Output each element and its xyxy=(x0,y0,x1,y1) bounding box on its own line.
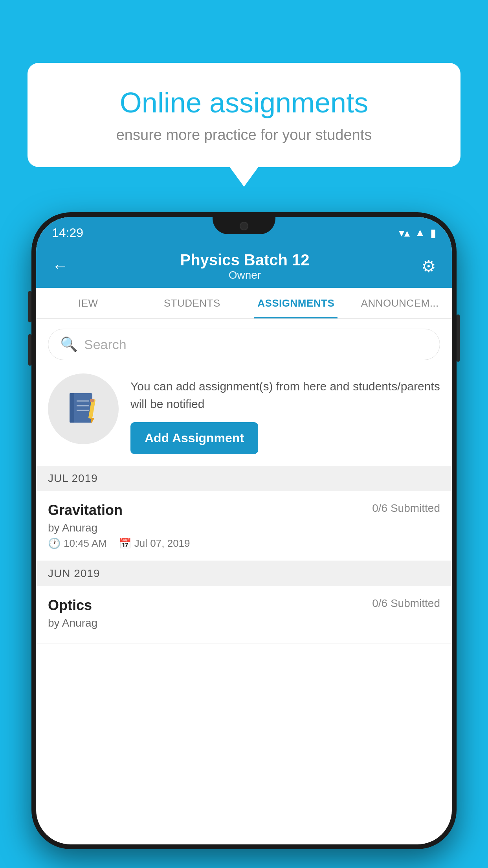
assignment-submitted: 0/6 Submitted xyxy=(372,502,440,515)
phone-frame: 14:29 ▾▴ ▲ ▮ ← Physics Batch 12 Owner ⚙ xyxy=(31,212,457,868)
assignment-author-optics: by Anurag xyxy=(48,617,440,629)
section-header-jun: JUN 2019 xyxy=(36,561,452,586)
power-button xyxy=(457,314,460,362)
phone-screen: 14:29 ▾▴ ▲ ▮ ← Physics Batch 12 Owner ⚙ xyxy=(36,217,452,844)
search-icon: 🔍 xyxy=(60,336,78,353)
svg-rect-1 xyxy=(70,393,74,423)
battery-icon: ▮ xyxy=(430,226,436,239)
tab-iew[interactable]: IEW xyxy=(36,288,140,318)
header-center: Physics Batch 12 Owner xyxy=(180,251,309,281)
status-time: 14:29 xyxy=(52,226,83,240)
assignment-date: 📅 Jul 07, 2019 xyxy=(119,537,190,550)
search-input[interactable]: Search xyxy=(84,337,127,352)
app-header: ← Physics Batch 12 Owner ⚙ xyxy=(36,245,452,288)
assignment-item-optics[interactable]: Optics 0/6 Submitted by Anurag xyxy=(36,586,452,644)
assignment-item-gravitation[interactable]: Gravitation 0/6 Submitted by Anurag 🕐 10… xyxy=(36,491,452,561)
content-area: 🔍 Search xyxy=(36,319,452,644)
notebook-icon-circle xyxy=(48,373,119,444)
assignment-name-optics: Optics xyxy=(48,597,92,614)
tab-assignments[interactable]: ASSIGNMENTS xyxy=(244,288,348,318)
status-icons: ▾▴ ▲ ▮ xyxy=(399,226,436,239)
header-subtitle: Owner xyxy=(180,269,309,281)
back-button[interactable]: ← xyxy=(52,257,68,276)
assignment-author: by Anurag xyxy=(48,522,440,534)
header-title: Physics Batch 12 xyxy=(180,251,309,269)
wifi-icon: ▾▴ xyxy=(399,226,410,239)
calendar-icon: 📅 xyxy=(119,537,131,550)
assignment-time: 🕐 10:45 AM xyxy=(48,537,107,550)
assignment-name: Gravitation xyxy=(48,502,123,519)
add-assignment-button[interactable]: Add Assignment xyxy=(130,422,258,454)
assignment-meta: 🕐 10:45 AM 📅 Jul 07, 2019 xyxy=(48,537,440,550)
speech-bubble: Online assignments ensure more practice … xyxy=(28,63,460,167)
speech-bubble-subtitle: ensure more practice for your students xyxy=(55,127,433,143)
phone-notch xyxy=(213,217,275,234)
volume-up-button xyxy=(28,291,31,322)
info-card: You can add assignment(s) from here and … xyxy=(48,370,440,458)
clock-icon: 🕐 xyxy=(48,537,61,550)
speech-bubble-container: Online assignments ensure more practice … xyxy=(28,63,460,167)
tab-bar: IEW STUDENTS ASSIGNMENTS ANNOUNCEM... xyxy=(36,288,452,319)
speech-bubble-title: Online assignments xyxy=(55,86,433,119)
assignment-top: Gravitation 0/6 Submitted xyxy=(48,502,440,519)
section-header-jul: JUL 2019 xyxy=(36,466,452,491)
notebook-icon xyxy=(66,391,101,427)
search-bar[interactable]: 🔍 Search xyxy=(48,329,440,360)
settings-button[interactable]: ⚙ xyxy=(421,257,436,276)
info-card-right: You can add assignment(s) from here and … xyxy=(130,373,440,454)
volume-down-button xyxy=(28,334,31,366)
assignment-submitted-optics: 0/6 Submitted xyxy=(372,597,440,610)
phone-outer: 14:29 ▾▴ ▲ ▮ ← Physics Batch 12 Owner ⚙ xyxy=(31,212,457,849)
info-card-text: You can add assignment(s) from here and … xyxy=(130,377,440,413)
tab-announcements[interactable]: ANNOUNCEM... xyxy=(348,288,452,318)
assignment-top-optics: Optics 0/6 Submitted xyxy=(48,597,440,614)
camera xyxy=(240,222,248,230)
tab-students[interactable]: STUDENTS xyxy=(140,288,244,318)
signal-icon: ▲ xyxy=(415,226,426,239)
